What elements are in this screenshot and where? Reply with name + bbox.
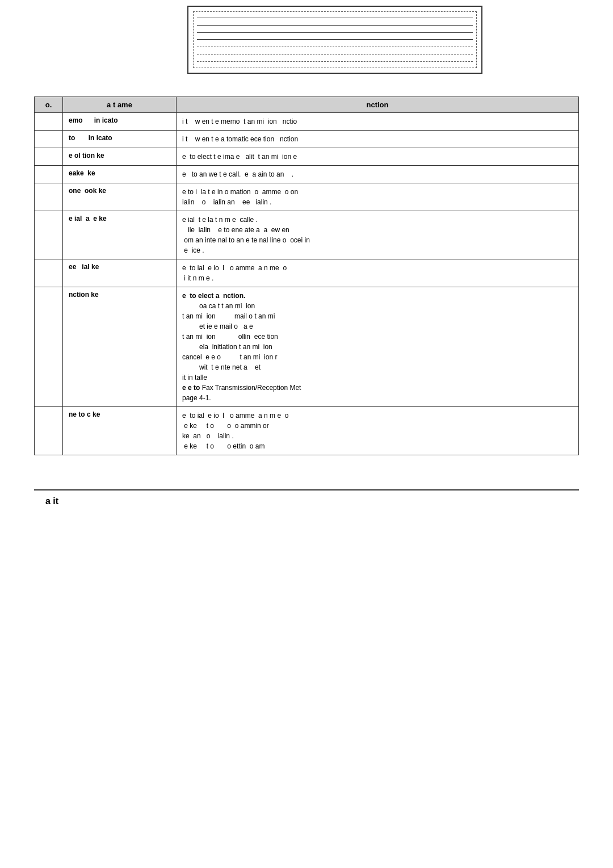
row-no xyxy=(35,113,63,131)
footer-area: a it xyxy=(34,489,579,506)
diagram-line-1 xyxy=(197,18,473,18)
desc-ref: e e to xyxy=(182,384,200,392)
diagram-dashed-3 xyxy=(197,61,473,62)
row-desc: e to ial e io l o amme a n me o i it n m… xyxy=(177,259,579,287)
row-no xyxy=(35,131,63,148)
col-header-function: nction xyxy=(177,97,579,113)
row-desc: i t w en t e memo t an mi ion nctio xyxy=(177,113,579,131)
diagram-box xyxy=(187,6,482,74)
row-name: to in icato xyxy=(63,131,177,148)
page-container: o. a t ame nction emo in icato i t w en … xyxy=(0,0,613,506)
row-no xyxy=(35,183,63,211)
row-desc: e to elect a nction. oa ca t t an mi ion… xyxy=(177,287,579,407)
row-name: ne to c ke xyxy=(63,407,177,455)
diagram-line-3 xyxy=(197,32,473,33)
table-body: emo in icato i t w en t e memo t an mi i… xyxy=(35,113,579,455)
row-name: eake ke xyxy=(63,166,177,183)
row-name: e ol tion ke xyxy=(63,148,177,166)
table-row: nction ke e to elect a nction. oa ca t t… xyxy=(35,287,579,407)
row-no xyxy=(35,259,63,287)
table-row: ne to c ke e to ial e io l o amme a n m … xyxy=(35,407,579,455)
row-desc: e to elect t e ima e alit t an mi ion e xyxy=(177,148,579,166)
diagram-line-4 xyxy=(197,39,473,40)
main-table: o. a t ame nction emo in icato i t w en … xyxy=(34,97,579,455)
col-header-no: o. xyxy=(35,97,63,113)
row-desc: e to an we t e call. e a ain to an . xyxy=(177,166,579,183)
row-no xyxy=(35,407,63,455)
diagram-dashed-2 xyxy=(197,54,473,54)
row-name: nction ke xyxy=(63,287,177,407)
table-header-row: o. a t ame nction xyxy=(35,97,579,113)
table-row: eake ke e to an we t e call. e a ain to … xyxy=(35,166,579,183)
row-no xyxy=(35,211,63,259)
table-row: e ial a e ke e ial t e la t n m e calle … xyxy=(35,211,579,259)
diagram-dashed-1 xyxy=(197,47,473,47)
table-row: to in icato i t w en t e a tomatic ece t… xyxy=(35,131,579,148)
desc-bold: e to elect a nction. xyxy=(182,292,245,300)
row-name: ee ial ke xyxy=(63,259,177,287)
table-header: o. a t ame nction xyxy=(35,97,579,113)
row-desc: i t w en t e a tomatic ece tion nction xyxy=(177,131,579,148)
diagram-inner xyxy=(193,11,477,68)
row-desc: e ial t e la t n m e calle . ile ialin e… xyxy=(177,211,579,259)
row-name: one ook ke xyxy=(63,183,177,211)
col-header-name: a t ame xyxy=(63,97,177,113)
table-row: emo in icato i t w en t e memo t an mi i… xyxy=(35,113,579,131)
footer-title: a it xyxy=(45,496,58,506)
table-row: one ook ke e to i la t e in o mation o a… xyxy=(35,183,579,211)
row-name: emo in icato xyxy=(63,113,177,131)
diagram-line-2 xyxy=(197,25,473,26)
row-name: e ial a e ke xyxy=(63,211,177,259)
row-no xyxy=(35,287,63,407)
row-desc: e to i la t e in o mation o amme o onial… xyxy=(177,183,579,211)
row-no xyxy=(35,148,63,166)
diagram-area xyxy=(34,0,579,91)
row-no xyxy=(35,166,63,183)
table-row: ee ial ke e to ial e io l o amme a n me … xyxy=(35,259,579,287)
row-desc: e to ial e io l o amme a n m e o e ke t … xyxy=(177,407,579,455)
table-row: e ol tion ke e to elect t e ima e alit t… xyxy=(35,148,579,166)
